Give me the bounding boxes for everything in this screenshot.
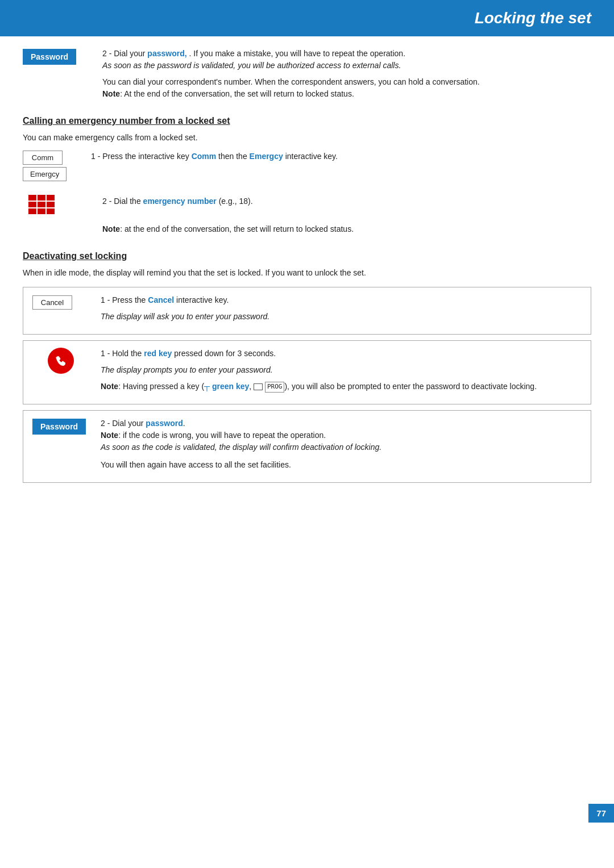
red-key-text: 1 - Hold the red key pressed down for 3 …	[101, 348, 582, 397]
red-key-col	[32, 348, 89, 374]
red-key-icon	[48, 348, 74, 374]
password-step2: You can dial your correspondent's number…	[102, 76, 591, 100]
page-title: Locking the set	[0, 9, 591, 27]
emergency-row1: Comm Emergcy 1 - Press the interactive k…	[23, 151, 591, 181]
password2-key-col: Password	[32, 418, 89, 435]
emergency-heading: Calling an emergency number from a locke…	[23, 116, 591, 126]
password-row: Password 2 - Dial your password, . If yo…	[23, 48, 591, 105]
password-italic1: As soon as the password is validated, yo…	[102, 61, 401, 70]
emergcy-button: Emergcy	[23, 167, 67, 181]
deactivating-section: Deactivating set locking When in idle mo…	[23, 251, 591, 483]
password-deactivate-text: 2 - Dial your password. Note: if the cod…	[101, 418, 582, 475]
password2-button: Password	[32, 419, 86, 435]
page-number-badge: 77	[588, 804, 614, 823]
cancel-key-col: Cancel	[32, 294, 89, 310]
red-key-row: 1 - Hold the red key pressed down for 3 …	[23, 340, 591, 404]
emergency-note-row: Note: at the end of the conversation, th…	[102, 223, 591, 240]
keypad-icon	[28, 195, 55, 214]
comm-button: Comm	[23, 151, 63, 165]
main-content: Password 2 - Dial your password, . If yo…	[0, 48, 614, 483]
comm-emergcy-col: Comm Emergcy	[23, 151, 80, 181]
cancel-row: Cancel 1 - Press the Cancel interactive …	[23, 287, 591, 335]
page-header: Locking the set	[0, 0, 614, 36]
prog-badge: PROG	[265, 382, 285, 393]
emergency-row2: 2 - Dial the emergency number (e.g., 18)…	[23, 193, 591, 214]
green-key-arrow: ┬	[204, 382, 212, 391]
cancel-text: 1 - Press the Cancel interactive key. Th…	[101, 294, 582, 327]
emergency-intro: You can make emergency calls from a lock…	[23, 132, 591, 144]
emergency-step2-text: 2 - Dial the emergency number (e.g., 18)…	[102, 195, 591, 212]
password-step1: 2 - Dial your password, . If you make a …	[102, 48, 591, 72]
emergency-section: Calling an emergency number from a locke…	[23, 116, 591, 240]
square-phone-icon	[254, 383, 263, 390]
phone-icon	[53, 353, 69, 369]
red-key-italic: The display prompts you to enter your pa…	[101, 364, 582, 376]
password-deactivate-row: Password 2 - Dial your password. Note: i…	[23, 410, 591, 483]
deactivating-heading: Deactivating set locking	[23, 251, 591, 261]
cancel-italic: The display will ask you to enter your p…	[101, 311, 582, 323]
password-button: Password	[23, 49, 76, 65]
final-text: You will then again have access to all t…	[101, 459, 582, 471]
password-key-col: Password	[23, 48, 91, 65]
deactivating-intro: When in idle mode, the display will remi…	[23, 267, 591, 279]
cancel-button: Cancel	[32, 295, 72, 310]
password-text: 2 - Dial your password, . If you make a …	[102, 48, 591, 105]
keypad-col	[23, 193, 91, 214]
green-key-note: Note: Having pressed a key (┬ green key,…	[101, 381, 582, 393]
emergency-step1-text: 1 - Press the interactive key Comm then …	[91, 151, 591, 167]
